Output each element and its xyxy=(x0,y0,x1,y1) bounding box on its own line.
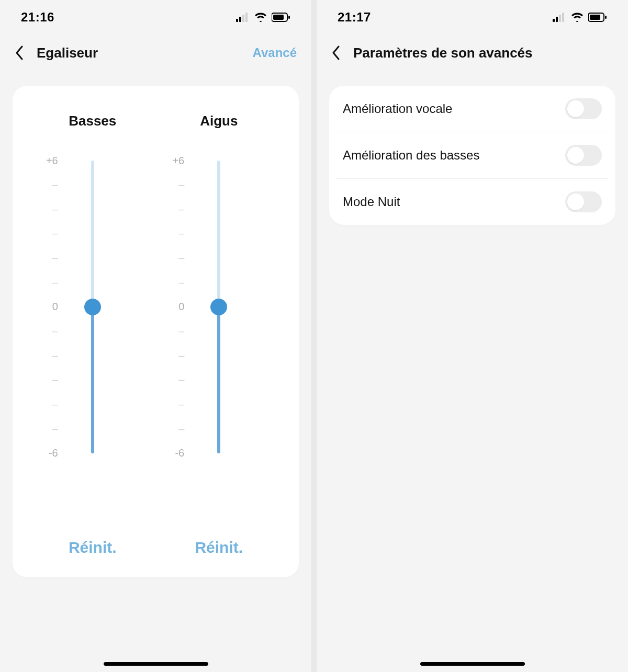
svg-rect-13 xyxy=(605,16,607,19)
eq-bass-reset-button[interactable]: Réinit. xyxy=(29,539,156,556)
eq-treble-slider[interactable]: +6 – – – – – 0 – – – – – -6 xyxy=(187,161,250,453)
wifi-icon xyxy=(570,13,584,22)
row-label: Mode Nuit xyxy=(343,195,400,209)
cellular-icon xyxy=(236,13,250,22)
svg-rect-12 xyxy=(590,15,600,20)
svg-rect-5 xyxy=(273,15,284,20)
status-icons xyxy=(236,13,290,22)
row-voice-enhance[interactable]: Amélioration vocale xyxy=(329,86,615,132)
svg-rect-0 xyxy=(236,19,238,22)
back-button[interactable] xyxy=(331,45,341,60)
toggle-voice-enhance[interactable] xyxy=(565,98,602,119)
svg-rect-10 xyxy=(562,13,564,22)
equalizer-card: Basses +6 – – – – – 0 – – – – – xyxy=(13,86,299,577)
svg-rect-7 xyxy=(553,19,555,22)
slider-thumb[interactable] xyxy=(210,299,227,315)
battery-icon xyxy=(588,13,607,22)
row-label: Amélioration vocale xyxy=(343,101,452,116)
toggle-night-mode[interactable] xyxy=(565,191,602,212)
eq-treble-column: Aigus +6 – – – – – 0 – – – – – xyxy=(156,113,283,481)
screen-equalizer: 21:16 Egaliseur Avancé Basses +6 – – xyxy=(0,0,311,672)
battery-icon xyxy=(272,13,290,22)
eq-bass-ticks: +6 – – – – – 0 – – – – – -6 xyxy=(37,161,58,453)
toggle-knob xyxy=(567,100,584,117)
toggle-knob xyxy=(567,193,584,210)
status-bar: 21:16 xyxy=(0,0,311,35)
chevron-left-icon xyxy=(331,45,341,60)
status-bar: 21:17 xyxy=(317,0,628,35)
chevron-left-icon xyxy=(15,45,24,60)
page-title: Egaliseur xyxy=(37,45,98,61)
home-indicator[interactable] xyxy=(104,662,208,666)
svg-rect-8 xyxy=(556,17,558,22)
svg-rect-9 xyxy=(559,15,561,22)
row-bass-enhance[interactable]: Amélioration des basses xyxy=(337,132,608,178)
status-icons xyxy=(553,13,607,22)
row-label: Amélioration des basses xyxy=(343,148,479,163)
cellular-icon xyxy=(553,13,566,22)
slider-thumb[interactable] xyxy=(84,299,101,315)
row-night-mode[interactable]: Mode Nuit xyxy=(337,178,608,225)
eq-bass-column: Basses +6 – – – – – 0 – – – – – xyxy=(29,113,156,481)
advanced-button[interactable]: Avancé xyxy=(253,45,297,60)
back-button[interactable] xyxy=(15,45,24,60)
page-title: Paramètres de son avancés xyxy=(353,45,533,61)
toggle-bass-enhance[interactable] xyxy=(565,145,602,166)
status-time: 21:16 xyxy=(21,10,54,25)
svg-rect-6 xyxy=(288,16,290,19)
svg-rect-1 xyxy=(239,17,241,22)
screen-advanced-sound: 21:17 Paramètres de son avancés Améliora… xyxy=(317,0,628,672)
status-time: 21:17 xyxy=(338,10,371,25)
svg-rect-2 xyxy=(242,15,244,22)
eq-treble-ticks: +6 – – – – – 0 – – – – – -6 xyxy=(163,161,184,453)
eq-treble-reset-button[interactable]: Réinit. xyxy=(156,539,283,556)
eq-treble-label: Aigus xyxy=(200,113,238,129)
nav-bar: Paramètres de son avancés xyxy=(317,35,628,71)
settings-card: Amélioration vocale Amélioration des bas… xyxy=(329,86,615,225)
toggle-knob xyxy=(567,147,584,164)
eq-bass-slider[interactable]: +6 – – – – – 0 – – – – – -6 xyxy=(61,161,124,453)
svg-rect-3 xyxy=(245,13,248,22)
wifi-icon xyxy=(254,13,267,22)
nav-bar: Egaliseur Avancé xyxy=(0,35,311,71)
home-indicator[interactable] xyxy=(420,662,525,666)
eq-bass-label: Basses xyxy=(69,113,116,129)
